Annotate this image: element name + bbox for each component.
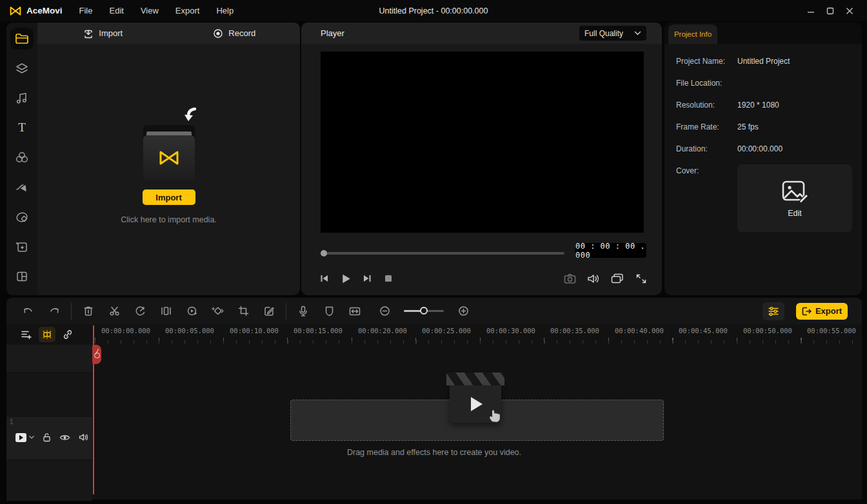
cover-edit-label: Edit — [788, 209, 802, 218]
maximize-button[interactable] — [821, 0, 840, 21]
track-type-button[interactable] — [15, 433, 34, 442]
export-icon — [802, 307, 812, 316]
field-duration: Duration: 00:00:00.000 — [676, 144, 853, 153]
chevron-down-icon — [29, 436, 34, 439]
timeline-ruler[interactable]: 00:00:00.000 00:00:05.000 00:00:10.000 0… — [94, 324, 862, 344]
player-panel: Player Full Quality 00 : 00 : 00 . 000 — [301, 23, 662, 295]
edit-toolbar: Export — [6, 298, 862, 324]
tab-project-info[interactable]: Project Info — [668, 24, 717, 44]
image-edit-icon — [781, 179, 809, 204]
menu-file[interactable]: File — [79, 6, 93, 15]
transitions-icon — [15, 181, 29, 194]
edit-clip-button[interactable] — [256, 302, 282, 320]
cut-button[interactable] — [101, 302, 127, 320]
clapperboard-illustration — [446, 373, 504, 424]
speed-button[interactable] — [127, 302, 153, 320]
link-button[interactable] — [59, 327, 76, 342]
watermark-button[interactable] — [316, 302, 342, 320]
timeline-zoom-slider[interactable] — [404, 310, 444, 312]
delete-button[interactable] — [75, 302, 101, 320]
media-tabs: Import Record — [37, 23, 300, 44]
volume-speaker-icon[interactable] — [586, 271, 601, 286]
video-preview[interactable] — [321, 52, 644, 233]
fit-timeline-button[interactable] — [342, 302, 368, 320]
project-info-tabstrip: Project Info — [664, 23, 862, 44]
next-frame-button[interactable] — [359, 271, 375, 286]
transport-controls — [317, 271, 396, 286]
timeline-drop-hint: Drag media and effects here to create yo… — [6, 448, 862, 457]
menu-edit[interactable]: Edit — [109, 6, 123, 15]
cover-edit-button[interactable]: Edit — [737, 164, 852, 232]
acemovi-logo-icon — [9, 5, 22, 17]
track-visibility-button[interactable] — [59, 434, 70, 441]
zoom-out-button[interactable] — [372, 302, 397, 320]
toolbar-divider — [286, 303, 286, 320]
snap-button[interactable] — [39, 327, 55, 342]
play-button[interactable] — [338, 271, 354, 286]
sidebar-item-effects[interactable] — [10, 57, 34, 79]
track-lock-button[interactable] — [43, 432, 51, 442]
quality-dropdown[interactable]: Full Quality — [579, 26, 646, 41]
redo-button[interactable] — [41, 302, 67, 320]
tab-import-label: Import — [99, 28, 123, 38]
fullscreen-expand-icon[interactable] — [633, 271, 649, 286]
sidebar-item-filters[interactable] — [10, 146, 34, 168]
stop-button[interactable] — [381, 271, 396, 286]
voiceover-button[interactable] — [290, 302, 316, 320]
export-button[interactable]: Export — [796, 303, 848, 320]
tab-import[interactable]: Import — [37, 23, 169, 44]
toolbar-right: Export — [762, 302, 848, 320]
keyframe-button[interactable] — [204, 302, 230, 320]
menu-export[interactable]: Export — [175, 6, 200, 15]
adjustments-sliders-icon — [768, 306, 779, 316]
menu-help[interactable]: Help — [216, 6, 234, 15]
sidebar-item-split-screen[interactable] — [10, 266, 34, 287]
adjustments-button[interactable] — [762, 302, 784, 320]
zoom-in-button[interactable] — [450, 302, 476, 320]
snapshot-camera-icon[interactable] — [562, 271, 577, 286]
quality-value: Full Quality — [584, 29, 623, 38]
import-dropzone[interactable]: Import Click here to import media. — [37, 44, 300, 295]
video-track-icon — [15, 433, 26, 442]
previous-frame-button[interactable] — [317, 271, 332, 286]
mirror-button[interactable] — [153, 302, 179, 320]
playhead-marker[interactable] — [92, 345, 101, 364]
add-track-button[interactable] — [18, 327, 35, 342]
track-row-header — [6, 373, 92, 417]
seek-thumb[interactable] — [321, 250, 327, 257]
player-timecode: 00 : 00 : 00 . 000 — [575, 243, 646, 258]
reverse-button[interactable] — [179, 302, 204, 320]
ruler-label: 00:00:05.000 — [165, 327, 214, 334]
tab-record[interactable]: Record — [169, 23, 301, 44]
field-project-name: Project Name: Untitled Project — [676, 57, 853, 66]
sidebar-item-behaviors[interactable] — [10, 206, 34, 228]
media-panel: T Import Rec — [6, 23, 300, 295]
seek-slider[interactable] — [321, 252, 564, 255]
audio-music-icon — [15, 92, 28, 104]
elements-icon — [15, 240, 28, 253]
sidebar-item-elements[interactable] — [10, 236, 34, 258]
picture-in-picture-icon[interactable] — [610, 271, 625, 286]
minimize-button[interactable] — [801, 0, 821, 21]
import-button[interactable]: Import — [143, 189, 195, 205]
track-row-header — [6, 345, 92, 372]
crop-button[interactable] — [230, 302, 256, 320]
sidebar-item-transitions[interactable] — [10, 177, 34, 199]
sidebar: T — [6, 23, 37, 295]
track-number: 1 — [10, 418, 14, 425]
undo-button[interactable] — [15, 302, 41, 320]
hand-cursor-icon — [486, 406, 503, 423]
track-mute-button[interactable] — [79, 433, 88, 441]
acemovi-logo-icon — [155, 148, 183, 168]
sidebar-item-audio[interactable] — [10, 87, 34, 109]
close-button[interactable] — [840, 0, 859, 21]
sidebar-item-text[interactable]: T — [10, 117, 34, 139]
sidebar-item-media[interactable] — [10, 28, 34, 50]
ruler-label: 00:00:10.000 — [230, 327, 279, 334]
down-arrow-icon — [183, 107, 197, 122]
menu-view[interactable]: View — [141, 6, 159, 15]
export-label: Export — [815, 306, 842, 316]
toolbar-divider — [71, 303, 72, 320]
zoom-slider-handle[interactable] — [420, 307, 428, 315]
track-row-header — [6, 461, 92, 501]
